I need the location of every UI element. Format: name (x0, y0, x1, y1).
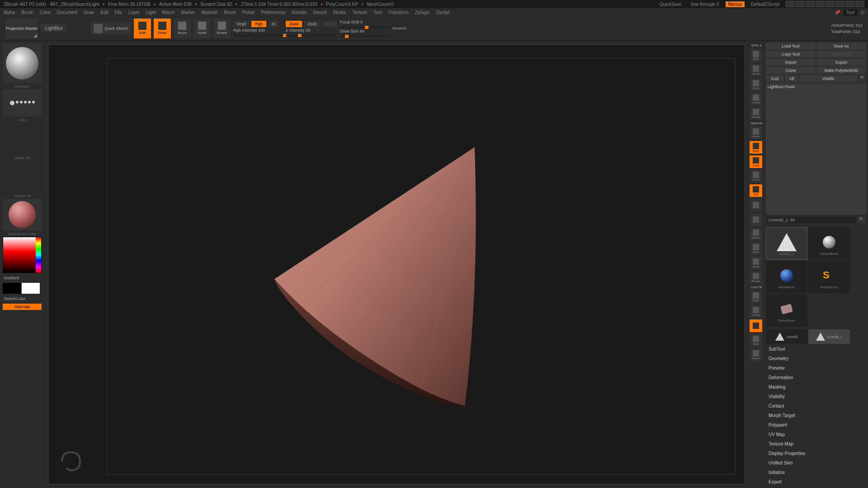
alpha-selector[interactable]: Alpha Off (3, 123, 42, 155)
default-script[interactable]: DefaultZScript (748, 1, 782, 7)
primary-color[interactable] (22, 283, 40, 294)
goz-all-button[interactable]: All (785, 75, 798, 82)
menu-marker[interactable]: Marker (181, 10, 195, 15)
xyz-button[interactable]: Xyz (750, 184, 762, 197)
copy-tool-button[interactable]: Copy Tool (766, 51, 816, 58)
move-mode-button[interactable]: Move (174, 19, 191, 38)
polymesh3d-button[interactable]: Make PolyMesh3D (816, 67, 866, 74)
menu-tool[interactable]: Tool (373, 10, 382, 15)
menu-stroke[interactable]: Stroke (333, 10, 346, 15)
actual-button[interactable]: Actual (750, 93, 762, 105)
section-unified-skin[interactable]: Unified Skin (766, 459, 866, 467)
mrgb-button[interactable]: Mrgb (233, 21, 250, 27)
section-uv-map[interactable]: UV Map (766, 430, 866, 439)
draw-size-label[interactable]: Draw Size 64 (340, 29, 390, 33)
menu-brush[interactable]: Brush (22, 10, 33, 15)
load-tool-button[interactable]: Load Tool (766, 42, 816, 50)
persp-button[interactable]: Persp (750, 127, 762, 139)
section-visibility[interactable]: Visibility (766, 392, 866, 401)
section-polypaint[interactable]: Polypaint (766, 421, 866, 429)
layout-4-icon[interactable] (816, 1, 825, 7)
rgb-button[interactable]: Rgb (251, 21, 266, 27)
menu-material[interactable]: Material (202, 10, 218, 15)
frame-button[interactable]: Frame (750, 228, 762, 240)
alternate-button[interactable]: Alternate (3, 304, 42, 310)
rotate-mode-button[interactable]: Rotate (213, 19, 231, 38)
tool-spherebrush[interactable]: SphereBrush (808, 227, 850, 260)
menu-layer[interactable]: Layer (128, 10, 140, 15)
tool-cone3d1-small[interactable]: Cone3D_1 (808, 329, 850, 344)
layout-2-icon[interactable] (796, 1, 805, 7)
center-button[interactable] (750, 199, 762, 211)
scale-mode-button[interactable]: Scale (193, 19, 211, 38)
section-deformation[interactable]: Deformation (766, 373, 866, 382)
paste-tool-button[interactable]: Paste Tool (816, 51, 866, 58)
transp-button[interactable]: Transp (750, 305, 762, 318)
menus-toggle[interactable]: Menus (726, 1, 745, 7)
menu-light[interactable]: Light (146, 10, 156, 15)
save-as-button[interactable]: Save As (816, 42, 866, 50)
menu-stencil[interactable]: Stencil (313, 10, 326, 15)
section-subtool[interactable]: SubTool (766, 345, 866, 353)
close-icon[interactable] (855, 1, 864, 7)
minimize-icon[interactable] (826, 1, 835, 7)
draw-mode-button[interactable]: Draw (154, 19, 171, 38)
import-button[interactable]: Import (766, 59, 816, 66)
menu-picker[interactable]: Picker (242, 10, 255, 15)
lightbox-button[interactable]: LightBox (41, 24, 67, 33)
texture-selector[interactable]: Texture Off (3, 161, 42, 192)
rgb-intensity-slider[interactable] (233, 35, 283, 36)
section-export[interactable]: Export (766, 478, 866, 486)
ghost-button[interactable] (750, 319, 762, 332)
section-morph-target[interactable]: Morph Target (766, 411, 866, 420)
reset-button[interactable] (750, 213, 762, 226)
zadd-button[interactable]: Zadd (286, 21, 302, 27)
local-button[interactable]: Local (750, 155, 762, 168)
focal-shift-slider[interactable] (340, 27, 390, 28)
solo-button[interactable]: Solo (750, 334, 762, 347)
menu-macro[interactable]: Macro (162, 10, 175, 15)
scale-view-button[interactable]: Scale (750, 257, 762, 269)
menu-zplugin[interactable]: Zplugin (415, 10, 430, 15)
collapse-icon[interactable]: ⊡ (861, 10, 864, 15)
brush-selector[interactable]: Standard (3, 43, 42, 83)
quick-sketch-button[interactable]: Quick Sketch (91, 22, 131, 35)
xpose-button[interactable]: Xpose (750, 348, 762, 361)
stroke-selector[interactable]: Dots (3, 89, 42, 117)
section-contact[interactable]: Contact (766, 402, 866, 410)
tool-r-button[interactable]: R (857, 216, 865, 224)
menu-preferences[interactable]: Preferences (261, 10, 286, 15)
z-intensity-label[interactable]: Z Intensity 25 (286, 28, 337, 33)
menu-movie[interactable]: Movie (224, 10, 236, 15)
viewport-canvas[interactable] (48, 44, 745, 484)
clone-button[interactable]: Clone (766, 67, 816, 74)
move-view-button[interactable]: Move (750, 242, 762, 255)
edit-mode-button[interactable]: Edit (134, 19, 151, 38)
goz-visible-button[interactable]: Visible (799, 75, 857, 82)
tool-simplebrush[interactable]: SSimpleBrush (808, 261, 850, 293)
maximize-icon[interactable] (835, 1, 844, 7)
pin-icon[interactable]: 📌 (835, 10, 840, 15)
dynamic-label[interactable]: Dynamic (392, 26, 406, 30)
current-tool-name[interactable]: Cone3D_1. 34 (767, 217, 856, 223)
secondary-color[interactable] (3, 283, 21, 294)
menu-file[interactable]: File (115, 10, 122, 15)
section-preview[interactable]: Preview (766, 364, 866, 372)
scroll-button[interactable]: Scroll (750, 64, 762, 76)
switch-color-button[interactable]: SwitchColor (3, 296, 42, 302)
bpr-button[interactable]: BPR (750, 49, 762, 62)
menu-texture[interactable]: Texture (352, 10, 367, 15)
material-selector[interactable]: MatCap Red Wax (3, 199, 42, 230)
quicksave-button[interactable]: QuickSave (657, 1, 684, 7)
section-geometry[interactable]: Geometry (766, 354, 866, 363)
menu-transform[interactable]: Transform (388, 10, 408, 15)
seethrough-slider[interactable]: See-through 0 (688, 1, 722, 7)
tool-cone3d[interactable]: Cone3D_1 (766, 227, 807, 260)
rgb-intensity-label[interactable]: Rgb Intensity 100 (233, 28, 283, 33)
color-picker[interactable] (3, 237, 42, 273)
zcut-button[interactable]: Zcut (322, 21, 337, 27)
zoom-button[interactable]: Zoom (750, 78, 762, 91)
tool-eraserbrush[interactable]: EraserBrush (766, 294, 807, 327)
section-masking[interactable]: Masking (766, 383, 866, 391)
z-intensity-slider[interactable] (286, 35, 335, 36)
